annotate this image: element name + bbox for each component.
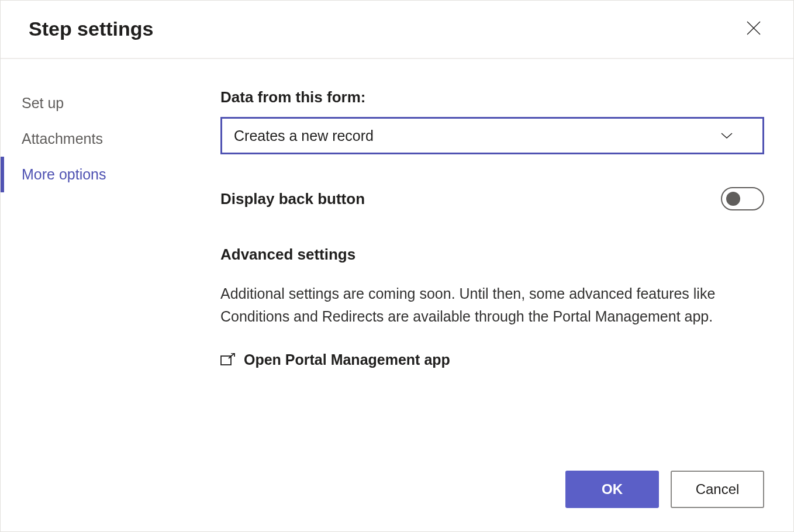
- back-button-toggle[interactable]: [721, 187, 764, 210]
- dialog-body: Set up Attachments More options Data fro…: [1, 59, 793, 471]
- data-form-select[interactable]: Creates a new record: [220, 117, 764, 154]
- sidebar: Set up Attachments More options: [1, 59, 194, 471]
- cancel-button[interactable]: Cancel: [671, 471, 764, 508]
- sidebar-item-label: More options: [22, 166, 106, 182]
- chevron-down-icon: [720, 132, 733, 140]
- sidebar-item-more-options[interactable]: More options: [1, 157, 194, 192]
- sidebar-item-label: Attachments: [22, 130, 103, 147]
- sidebar-item-label: Set up: [22, 95, 64, 111]
- advanced-settings-text: Additional settings are coming soon. Unt…: [220, 282, 764, 328]
- dialog-header: Step settings: [1, 1, 793, 59]
- toggle-knob: [726, 192, 740, 206]
- data-form-select-value: Creates a new record: [234, 127, 374, 144]
- step-settings-dialog: Step settings Set up Attachments More op…: [0, 0, 794, 532]
- data-form-label: Data from this form:: [220, 88, 764, 106]
- sidebar-item-attachments[interactable]: Attachments: [1, 121, 194, 157]
- dialog-title: Step settings: [29, 18, 153, 40]
- dialog-footer: OK Cancel: [1, 471, 793, 531]
- close-icon: [746, 20, 761, 37]
- advanced-settings-heading: Advanced settings: [220, 246, 764, 264]
- content-pane: Data from this form: Creates a new recor…: [194, 59, 793, 471]
- open-external-icon: [220, 353, 236, 366]
- portal-management-link[interactable]: Open Portal Management app: [220, 351, 764, 368]
- close-button[interactable]: [742, 17, 765, 40]
- back-button-label: Display back button: [220, 190, 365, 208]
- sidebar-item-setup[interactable]: Set up: [1, 85, 194, 121]
- ok-button[interactable]: OK: [565, 471, 659, 508]
- data-form-select-wrapper: Creates a new record: [220, 117, 764, 154]
- back-button-row: Display back button: [220, 187, 764, 210]
- portal-management-link-text: Open Portal Management app: [244, 351, 450, 368]
